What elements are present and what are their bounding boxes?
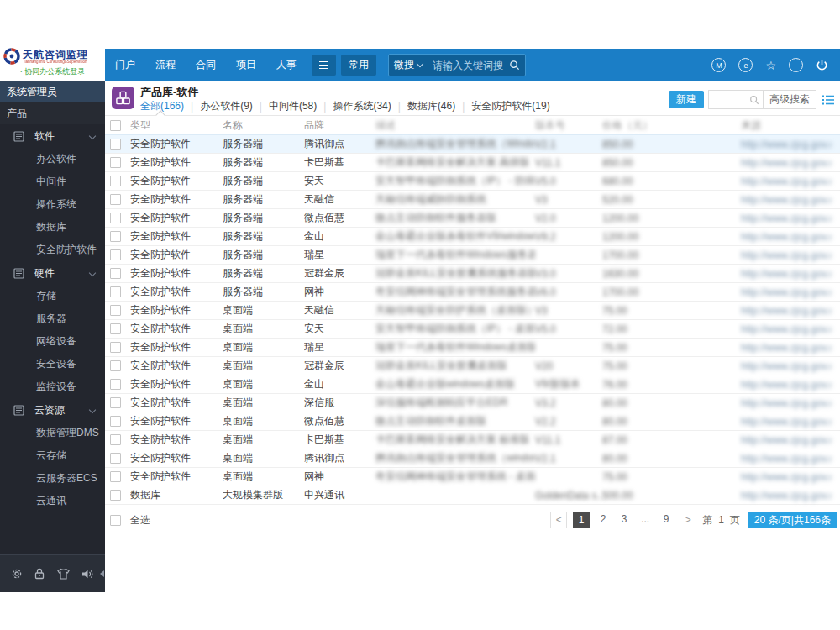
sidebar-item-product-root[interactable]: 产品 xyxy=(0,102,105,124)
row-checkbox[interactable] xyxy=(110,286,121,297)
table-row[interactable]: 安全防护软件桌面端网神奇安信网神终端安全管理系统 - 桌面版75.00http:… xyxy=(105,468,840,486)
nav-item-合同[interactable]: 合同 xyxy=(186,58,226,72)
nav-menu-button[interactable] xyxy=(312,55,336,76)
tab-中间件(58)[interactable]: 中间件(58) xyxy=(269,99,317,113)
search-scope-dropdown[interactable]: 微搜 xyxy=(394,58,428,72)
row-checkbox[interactable] xyxy=(110,231,121,242)
nav-item-项目[interactable]: 项目 xyxy=(226,58,266,72)
table-search-input[interactable] xyxy=(709,94,749,106)
table-row[interactable]: 安全防护软件桌面端卡巴斯基卡巴斯基网络安全解决方案 标准版（KES） - KS…… xyxy=(105,431,840,449)
page-button-3[interactable]: 3 xyxy=(617,512,632,527)
next-page-button[interactable]: > xyxy=(680,512,696,528)
sidebar-item-安全设备[interactable]: 安全设备 xyxy=(0,353,105,375)
sidebar-item-中间件[interactable]: 中间件 xyxy=(0,171,105,193)
table-search-icon[interactable] xyxy=(749,95,759,105)
power-logout-icon[interactable] xyxy=(816,59,828,71)
row-checkbox[interactable] xyxy=(110,249,121,260)
table-row[interactable]: 安全防护软件服务器端网神奇安信网神终端安全管理系统服务器版V6.01700.00… xyxy=(105,283,840,302)
search-icon[interactable] xyxy=(509,60,520,71)
table-row[interactable]: 数据库大规模集群版中兴通讯GoldenData s…500.00http://w… xyxy=(105,486,840,505)
page-button-1[interactable]: 1 xyxy=(573,512,590,528)
oa-login-link[interactable]: · 协同办公系统登录 xyxy=(0,66,105,77)
header-checkbox[interactable] xyxy=(110,120,121,131)
prev-page-button[interactable]: < xyxy=(550,512,567,528)
row-checkbox[interactable] xyxy=(110,323,121,334)
collapse-arrow-icon[interactable] xyxy=(100,570,104,577)
select-all-checkbox[interactable] xyxy=(110,515,121,526)
table-row[interactable]: 安全防护软件桌面端安天安天智甲终端防御系统（IP） - 桌面版V5.072.00… xyxy=(105,320,840,339)
sidebar-item-数据库[interactable]: 数据库 xyxy=(0,216,105,239)
table-row[interactable]: 安全防护软件桌面端微点佰慧微点主动防御软件桌面版V2.280.00http://… xyxy=(105,412,840,431)
table-row[interactable]: 安全防护软件服务器端金山金山毒霸企业版杀毒软件V9/windows服务器版V9.… xyxy=(105,228,840,246)
nav-item-流程[interactable]: 流程 xyxy=(145,58,186,72)
page-button-9[interactable]: 9 xyxy=(659,512,674,527)
sidebar-item-办公软件[interactable]: 办公软件 xyxy=(0,148,105,171)
message-icon[interactable]: e xyxy=(738,58,753,72)
table-row[interactable]: 安全防护软件服务器端瑞星瑞星下一代杀毒软件Windows服务器版1700.00h… xyxy=(105,246,840,265)
search-input[interactable] xyxy=(428,60,509,71)
row-checkbox[interactable] xyxy=(110,471,121,482)
jump-page-input[interactable]: 1 xyxy=(718,514,724,526)
row-checkbox[interactable] xyxy=(110,157,121,168)
tab-操作系统(34)[interactable]: 操作系统(34) xyxy=(333,99,391,113)
table-row[interactable]: 安全防护软件桌面端深信服深信服终端检测响应平台EDRV3.280.00http:… xyxy=(105,394,840,412)
list-view-icon[interactable] xyxy=(822,94,835,106)
table-row[interactable]: 安全防护软件桌面端金山金山毒霸企业版windows桌面版V9/新版本76.00h… xyxy=(105,375,840,394)
table-row[interactable]: 安全防护软件服务器端腾讯御点腾讯御点终端安全管理系统（Windows版）V2.1… xyxy=(105,135,840,154)
table-row[interactable]: 安全防护软件桌面端瑞星瑞星下一代杀毒软件Windows桌面版75.00http:… xyxy=(105,339,840,357)
sidebar-section-云资源[interactable]: 云资源 xyxy=(0,398,105,422)
advanced-search-button[interactable]: 高级搜索 xyxy=(763,91,816,108)
tab-办公软件(9)[interactable]: 办公软件(9) xyxy=(200,99,253,113)
sidebar-item-服务器[interactable]: 服务器 xyxy=(0,307,105,330)
frequent-button[interactable]: 常用 xyxy=(341,55,376,76)
page-button-2[interactable]: 2 xyxy=(596,512,611,527)
nav-item-人事[interactable]: 人事 xyxy=(266,58,307,72)
table-row[interactable]: 安全防护软件服务器端卡巴斯基卡巴斯基网络安全解决方案 高级版（KES）标准V11… xyxy=(105,154,840,172)
cell-brand: 瑞星 xyxy=(304,248,375,262)
new-button[interactable]: 新建 xyxy=(669,91,704,108)
favorites-star-icon[interactable]: ☆ xyxy=(765,60,776,71)
sidebar-item-操作系统[interactable]: 操作系统 xyxy=(0,193,105,216)
table-row[interactable]: 安全防护软件服务器端安天安天智甲终端防御系统（IP） - 防病毒服务器版V5.0… xyxy=(105,172,840,191)
row-checkbox[interactable] xyxy=(110,268,121,279)
tab-安全防护软件(19)[interactable]: 安全防护软件(19) xyxy=(471,99,549,113)
sidebar-item-存储[interactable]: 存储 xyxy=(0,285,105,307)
gear-icon[interactable] xyxy=(10,567,24,580)
row-checkbox[interactable] xyxy=(110,176,121,186)
row-checkbox[interactable] xyxy=(110,194,121,205)
table-row[interactable]: 安全防护软件服务器端冠群金辰冠群金辰KILL安全胶囊系统服务器版V3.01630… xyxy=(105,265,840,283)
sidebar-item-数据管理DMS[interactable]: 数据管理DMS xyxy=(0,422,105,444)
row-checkbox[interactable] xyxy=(110,379,121,390)
sidebar-section-软件[interactable]: 软件 xyxy=(0,124,105,148)
tab-数据库(46)[interactable]: 数据库(46) xyxy=(407,99,455,113)
sidebar-item-网络设备[interactable]: 网络设备 xyxy=(0,330,105,353)
sidebar-item-监控设备[interactable]: 监控设备 xyxy=(0,375,105,398)
nav-item-门户[interactable]: 门户 xyxy=(105,58,145,72)
more-icon[interactable]: ··· xyxy=(789,58,803,72)
sidebar-item-云服务器ECS[interactable]: 云服务器ECS xyxy=(0,467,105,490)
sidebar-item-安全防护软件[interactable]: 安全防护软件 xyxy=(0,239,105,261)
row-checkbox[interactable] xyxy=(110,490,121,501)
select-all-label: 全选 xyxy=(130,513,150,528)
table-row[interactable]: 安全防护软件桌面端冠群金辰冠群金辰KILL安全胶囊桌面版V2075.00http… xyxy=(105,357,840,375)
row-checkbox[interactable] xyxy=(110,434,121,445)
row-checkbox[interactable] xyxy=(110,139,121,150)
row-checkbox[interactable] xyxy=(110,360,121,371)
row-checkbox[interactable] xyxy=(110,342,121,353)
lock-icon[interactable] xyxy=(34,567,45,580)
row-checkbox[interactable] xyxy=(110,416,121,427)
row-checkbox[interactable] xyxy=(110,453,121,464)
sidebar-section-硬件[interactable]: 硬件 xyxy=(0,261,105,285)
theme-shirt-icon[interactable] xyxy=(56,568,71,580)
row-checkbox[interactable] xyxy=(110,397,121,408)
table-row[interactable]: 安全防护软件服务器端微点佰慧微点主动防御软件服务器版V2.01200.00htt… xyxy=(105,209,840,228)
sidebar-item-云存储[interactable]: 云存储 xyxy=(0,444,105,467)
table-row[interactable]: 安全防护软件桌面端天融信天融信终端安全防护系统（桌面版）V375.00http:… xyxy=(105,302,840,320)
table-row[interactable]: 安全防护软件桌面端腾讯御点腾讯御点终端安全管理系统（windows版）/ V2.… xyxy=(105,449,840,468)
table-row[interactable]: 安全防护软件服务器端天融信天融信终端威胁防御系统V3520.00http://w… xyxy=(105,191,840,209)
sidebar-item-云通讯[interactable]: 云通讯 xyxy=(0,490,105,512)
m-badge-icon[interactable]: M xyxy=(711,58,726,72)
row-checkbox[interactable] xyxy=(110,213,121,223)
row-checkbox[interactable] xyxy=(110,305,121,316)
volume-icon[interactable] xyxy=(81,568,95,580)
